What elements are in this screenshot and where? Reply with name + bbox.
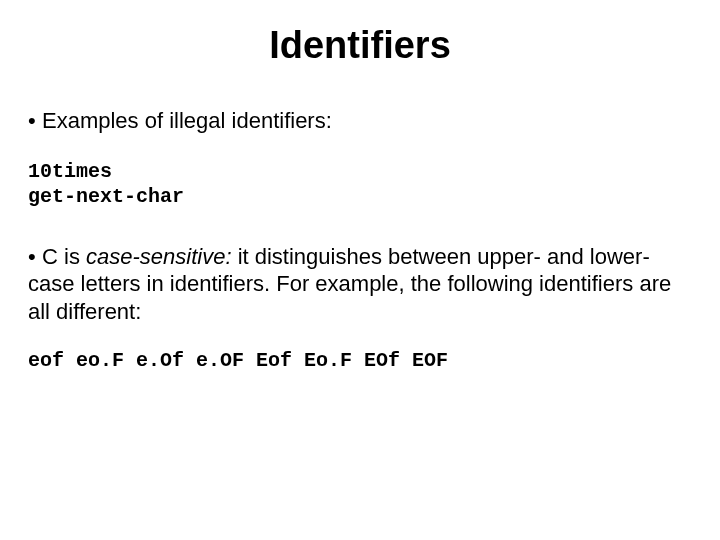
page-title: Identifiers [0,0,720,107]
bullet-text: Examples of illegal identifiers: [42,108,332,133]
bullet-marker: • [28,107,42,135]
bullet-case-sensitive: • C is case-sensitive: it distinguishes … [28,243,692,326]
bullet-marker: • [28,243,42,271]
bullet-illegal-examples: • Examples of illegal identifiers: [28,107,692,135]
bullet-text-lead: C is [42,244,86,269]
content-area: • Examples of illegal identifiers: 10tim… [0,107,720,372]
code-illegal-identifiers: 10times get-next-char [28,159,692,209]
code-line: 10times [28,160,112,183]
slide: Identifiers • Examples of illegal identi… [0,0,720,540]
code-line: get-next-char [28,185,184,208]
code-case-variants: eof eo.F e.Of e.OF Eof Eo.F EOf EOF [28,349,692,372]
bullet-text-emph: case-sensitive: [86,244,232,269]
